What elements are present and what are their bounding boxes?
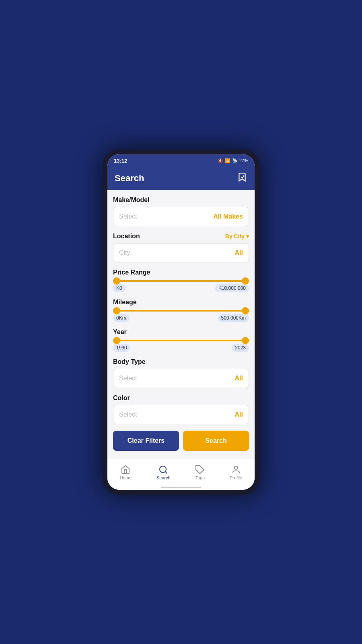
mileage-label: Mileage <box>113 299 249 306</box>
by-city-label: By City <box>225 233 245 239</box>
bottom-nav: Home Search Tags <box>107 459 255 484</box>
nav-home-label: Home <box>120 475 132 480</box>
mute-icon: 🔇 <box>218 158 223 163</box>
action-buttons: Clear Filters Search <box>113 431 249 451</box>
year-max-label: 2023 <box>232 344 249 352</box>
svg-point-0 <box>160 466 166 473</box>
mileage-thumb-right[interactable] <box>242 307 249 314</box>
color-input-row[interactable]: Select All <box>113 405 249 424</box>
mileage-thumb-left[interactable] <box>113 307 120 314</box>
body-type-label: Body Type <box>113 358 249 365</box>
year-track <box>113 340 249 341</box>
mileage-track <box>113 310 249 312</box>
city-placeholder: City <box>119 249 130 256</box>
nav-tags-label: Tags <box>195 475 205 480</box>
status-bar: 13:12 🔇 📶 📡 27% <box>107 154 255 167</box>
year-labels: 1990 2023 <box>113 344 249 352</box>
phone-screen: 13:12 🔇 📶 📡 27% Search Make/Model <box>107 154 255 490</box>
battery-text: 27% <box>239 158 248 163</box>
status-icons: 🔇 📶 📡 27% <box>218 158 248 163</box>
city-value: All <box>235 249 243 256</box>
search-button[interactable]: Search <box>183 431 249 451</box>
body-type-value: All <box>235 375 243 382</box>
nav-profile-label: Profile <box>230 475 242 480</box>
price-thumb-left[interactable] <box>113 277 120 285</box>
svg-point-3 <box>234 466 238 469</box>
by-city-button[interactable]: By City ▾ <box>225 233 249 239</box>
color-value: All <box>235 411 243 418</box>
color-label: Color <box>113 394 249 402</box>
year-section: Year 1990 2023 <box>113 328 249 352</box>
price-thumb-right[interactable] <box>242 277 249 285</box>
price-range-section: Price Range K0 K10,000,000 <box>113 269 249 292</box>
nav-search-label: Search <box>156 475 171 480</box>
price-max-label: K10,000,000 <box>215 284 249 292</box>
price-range-labels: K0 K10,000,000 <box>113 284 249 292</box>
body-type-placeholder: Select <box>119 375 137 382</box>
make-model-placeholder: Select <box>119 213 137 220</box>
city-input-row[interactable]: City All <box>113 243 249 262</box>
year-slider[interactable] <box>113 340 249 341</box>
clear-filters-button[interactable]: Clear Filters <box>113 431 179 451</box>
wifi-icon: 📶 <box>225 158 230 163</box>
page-title: Search <box>115 173 144 184</box>
price-track <box>113 280 249 282</box>
signal-icon: 📡 <box>232 158 238 163</box>
mileage-labels: 0Km 500,000Km <box>113 314 249 322</box>
nav-tags[interactable]: Tags <box>189 463 211 482</box>
chevron-down-icon: ▾ <box>246 233 249 239</box>
mileage-max-label: 500,000Km <box>218 314 249 322</box>
location-label: Location <box>113 233 140 240</box>
bookmark-edit-icon[interactable] <box>237 172 247 184</box>
location-section-header: Location By City ▾ <box>113 233 249 240</box>
nav-search[interactable]: Search <box>150 463 177 482</box>
mileage-slider[interactable] <box>113 310 249 312</box>
svg-line-1 <box>165 472 167 473</box>
phone-frame: 13:12 🔇 📶 📡 27% Search Make/Model <box>103 149 259 495</box>
year-thumb-left[interactable] <box>113 337 120 344</box>
make-model-input-row[interactable]: Select All Makes <box>113 207 249 226</box>
color-placeholder: Select <box>119 411 137 418</box>
nav-home[interactable]: Home <box>113 463 138 482</box>
mileage-section: Mileage 0Km 500,000Km <box>113 299 249 322</box>
nav-profile[interactable]: Profile <box>223 463 249 482</box>
price-range-label: Price Range <box>113 269 249 276</box>
make-model-label: Make/Model <box>113 196 249 204</box>
search-content: Make/Model Select All Makes Location By … <box>107 190 255 459</box>
year-thumb-right[interactable] <box>242 337 249 344</box>
make-model-value: All Makes <box>213 213 243 220</box>
body-type-input-row[interactable]: Select All <box>113 369 249 388</box>
year-label: Year <box>113 328 249 336</box>
app-header: Search <box>107 167 255 190</box>
year-min-label: 1990 <box>113 344 130 352</box>
mileage-min-label: 0Km <box>113 314 130 322</box>
price-min-label: K0 <box>113 284 125 292</box>
price-range-slider[interactable] <box>113 280 249 282</box>
home-indicator <box>161 487 201 488</box>
status-time: 13:12 <box>114 158 127 164</box>
